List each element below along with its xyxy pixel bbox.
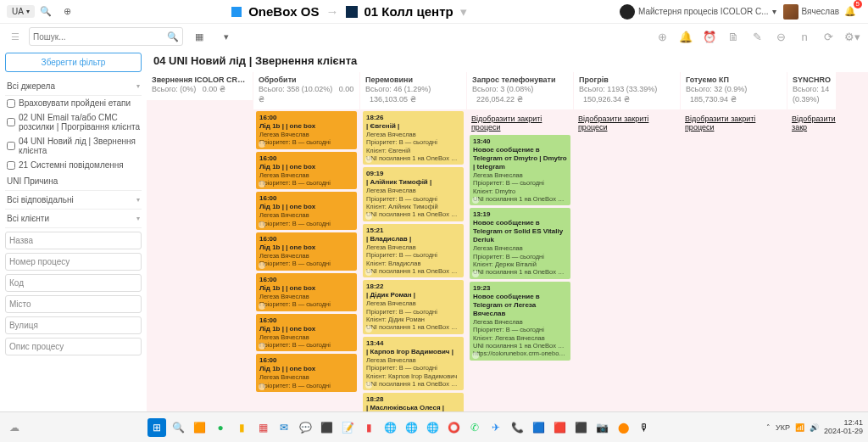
sources-dropdown[interactable]: Всі джерела (5, 77, 142, 96)
clients-dropdown[interactable]: Всі клієнти (5, 210, 142, 228)
tray-sound-icon[interactable]: 🔊 (810, 423, 819, 432)
street-input[interactable]: Вулиця (5, 316, 142, 334)
dept-title[interactable]: 01 Колл центр (364, 4, 453, 19)
kanban-card[interactable]: 16:00Лід 1b | | one boxЛегеза ВячеславПр… (256, 192, 357, 230)
desc-input[interactable]: Опис процесу (5, 338, 142, 355)
chevron-down-icon[interactable]: ▾ (217, 27, 236, 46)
breadcrumb: OneBox OS → 01 Колл центр ▾ (79, 4, 620, 20)
kanban-card[interactable]: 18:26| Євгеній |Легеза ВячеславПріоритет… (363, 111, 464, 165)
procno-input[interactable]: Номер процесу (5, 253, 142, 271)
column-warmup: Прогрів Всього: 1193 (33.39%) 150,926.34… (574, 72, 681, 411)
kanban-card[interactable]: 13:19Новое сообщение в Telegram от Solid… (470, 208, 570, 279)
taskbar-app-icon[interactable]: ⬤ (614, 418, 632, 437)
add-icon[interactable]: ⊕ (58, 3, 77, 21)
funnel-icon[interactable]: ☰ (7, 31, 24, 42)
taskbar-app-icon[interactable]: ✆ (465, 418, 484, 437)
show-closed-link[interactable]: Відобразити закриті процеси (471, 115, 569, 131)
taskbar-app-icon[interactable]: ⭕ (444, 418, 463, 437)
taskbar-app-icon[interactable]: 🎙 (635, 418, 654, 437)
bell-icon[interactable]: 🔔 (676, 27, 695, 46)
kanban-card[interactable]: 16:00Лід 1b | | one boxЛегеза ВячеславПр… (256, 152, 357, 190)
search-input[interactable]: 🔍 (29, 27, 183, 46)
add-icon[interactable]: ⊕ (653, 27, 671, 46)
checkbox-label: 02 UNI Email та/або СМС розсилки | Прогр… (19, 113, 140, 131)
taskbar-app-icon[interactable]: 🔍 (169, 418, 187, 437)
taskbar-app-icon[interactable]: ▮ (232, 418, 251, 437)
filter-opt-lead[interactable]: 04 UNI Новий лід | Звернення клієнта (5, 134, 142, 158)
filter-opt-system[interactable]: 21 Системні повідомлення (5, 158, 142, 172)
tray-chevron-icon[interactable]: ˄ (766, 423, 771, 432)
column-synchro: SYNCHRO Всього: 14 (0.39%) Відобразити з… (787, 72, 837, 411)
save-filter-button[interactable]: Зберегти фільтр (5, 53, 142, 72)
city-input[interactable]: Місто (5, 295, 142, 313)
taskbar-app-icon[interactable]: ⬛ (571, 418, 590, 437)
taskbar-app-icon[interactable]: ⬛ (317, 418, 336, 437)
kanban-card[interactable]: 18:22| Дідик Роман |Легеза ВячеславПріор… (363, 280, 464, 334)
kanban-card[interactable]: 09:19| Алійник Тимофій |Легеза ВячеславП… (363, 167, 464, 221)
taskbar-app-icon[interactable]: 📝 (338, 418, 357, 437)
kanban-card[interactable]: 16:00Лід 1b | | one boxЛегеза ВячеславПр… (256, 111, 357, 149)
kanban-card[interactable]: 18:28| Маслюківська Олеся |Легеза Вячесл… (363, 393, 464, 411)
taskbar-app-icon[interactable]: 🌐 (381, 418, 399, 437)
glyph-icon[interactable]: n (795, 27, 814, 46)
taskbar-app-icon[interactable]: ✈ (487, 418, 505, 437)
kanban-card[interactable]: 16:00Лід 1b | | one boxЛегеза ВячеславПр… (256, 273, 357, 311)
taskbar-app-icon[interactable]: ▦ (253, 418, 272, 437)
notification-bell-icon[interactable]: 🔔5 (841, 3, 860, 21)
kanban-card[interactable]: 16:00Лід 1b | | one boxЛегеза ВячеславПр… (256, 232, 357, 271)
taskbar-app-icon[interactable]: 📷 (593, 418, 611, 437)
tray-lang[interactable]: УКР (776, 423, 790, 432)
taskbar-app-icon[interactable]: 🟥 (550, 418, 569, 437)
kanban-card[interactable]: 13:40Новое сообщение в Telegram от Dmytr… (470, 135, 570, 206)
taskbar-app-icon[interactable]: 🟧 (190, 418, 209, 437)
checkbox-label: 04 UNI Новий лід | Звернення клієнта (19, 137, 140, 155)
doc-icon[interactable]: 🗎 (724, 27, 743, 46)
show-closed-link[interactable]: Відобразити закр (792, 115, 836, 131)
gear-icon[interactable]: ⚙▾ (843, 27, 861, 46)
language-selector[interactable]: UA (7, 5, 35, 18)
checkbox-label: Враховувати пройдені етапи (19, 98, 131, 108)
show-closed-link[interactable]: Відобразити закриті процеси (685, 115, 782, 131)
search-glass-icon[interactable]: 🔍 (167, 31, 179, 42)
column-amount: 226,054.22 ₴ (476, 95, 523, 104)
kanban-card[interactable]: 13:44| Карпов Ігор Вадимович |Легеза Вяч… (363, 337, 464, 391)
taskbar-app-icon[interactable]: 🟦 (529, 418, 548, 437)
alarm-icon[interactable]: ⏰ (700, 27, 719, 46)
filter-opt-email[interactable]: 02 UNI Email та/або СМС розсилки | Прогр… (5, 110, 142, 134)
start-icon[interactable]: ⊞ (147, 418, 166, 437)
workspace-selector[interactable]: Майстерня процесів ICOLOR C...▾ (620, 4, 776, 20)
view-grid-icon[interactable]: ▦ (190, 27, 209, 46)
show-closed-link[interactable]: Відобразити закриті процеси (578, 115, 676, 131)
taskbar-app-icon[interactable]: 💬 (296, 418, 314, 437)
refresh-icon[interactable]: ⟳ (819, 27, 837, 46)
column-amount: 185,730.94 ₴ (690, 95, 737, 104)
taskbar-app-icon[interactable]: ✉ (275, 418, 293, 437)
edit-icon[interactable]: ✎ (748, 27, 766, 46)
taskbar-app-icon[interactable]: 🌐 (423, 418, 442, 437)
chevron-down-icon[interactable]: ▾ (460, 4, 467, 20)
code-input[interactable]: Код (5, 274, 142, 292)
taskbar-app-icon[interactable]: 🌐 (402, 418, 420, 437)
tray-wifi-icon[interactable]: 📶 (795, 423, 804, 432)
minus-icon[interactable]: ⊖ (771, 27, 790, 46)
responsible-dropdown[interactable]: Всі відповідальні (5, 191, 142, 210)
kanban-card[interactable]: 19:23Новое сообщение в Telegram от Легез… (470, 282, 570, 361)
taskbar-app-icon[interactable]: ● (211, 418, 230, 437)
kanban-card[interactable]: 15:21| Владислав |Легеза ВячеславПріорит… (363, 224, 464, 278)
kanban-card[interactable]: 16:00Лід 1b | | one boxЛегеза ВячеславПр… (256, 354, 357, 392)
user-selector[interactable]: Вячеслав (783, 4, 839, 20)
passed-stages-checkbox[interactable]: Враховувати пройдені етапи (5, 96, 142, 110)
search-icon[interactable]: 🔍 (36, 3, 55, 21)
name-input[interactable]: Назва (5, 232, 142, 249)
taskbar-app-icon[interactable]: ▮ (359, 418, 378, 437)
taskbar-app-icon[interactable]: 📞 (508, 418, 526, 437)
filter-panel: Зберегти фільтр Всі джерела Враховувати … (0, 49, 147, 411)
weather-icon[interactable]: ☁ (5, 418, 24, 437)
reason-label: UNI Причина (5, 172, 142, 191)
search-field[interactable] (33, 32, 167, 42)
kanban-card[interactable]: 16:00Лід 1b | | one boxЛегеза ВячеславПр… (256, 314, 357, 352)
column-header: Обробити Всього: 358 (10.02%) 0.00 ₴ (253, 72, 359, 109)
checkbox-label: 21 Системні повідомлення (19, 160, 124, 170)
system-tray[interactable]: ˄ УКР 📶 🔊 12:41 2024-01-29 (766, 419, 863, 436)
dept-square-icon (346, 6, 358, 18)
